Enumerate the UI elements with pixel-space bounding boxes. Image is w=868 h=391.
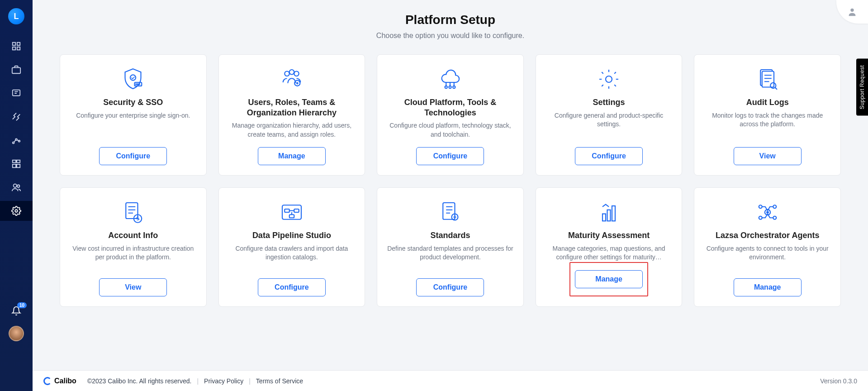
users-icon xyxy=(11,182,21,192)
card-title: Security & SSO xyxy=(103,97,163,108)
svg-point-45 xyxy=(759,205,762,208)
card-icon xyxy=(596,67,621,92)
brand-name: Calibo xyxy=(54,377,76,385)
card-action-wrap: Configure xyxy=(416,270,484,296)
card-icon xyxy=(596,200,621,225)
configure-button[interactable]: Configure xyxy=(258,278,326,296)
nav-dashboard[interactable] xyxy=(0,36,33,56)
configure-button[interactable]: Configure xyxy=(416,147,484,165)
card-title: Maturity Assessment xyxy=(568,230,650,241)
card-action-wrap: Manage xyxy=(258,139,326,165)
svg-rect-31 xyxy=(762,72,773,87)
setup-card-cloud-platform-tools-technologies: Cloud Platform, Tools & TechnologiesConf… xyxy=(377,54,524,176)
nav-board[interactable] xyxy=(0,83,33,103)
svg-rect-43 xyxy=(607,210,611,221)
svg-rect-0 xyxy=(13,43,15,45)
card-icon xyxy=(755,67,780,92)
nav-analytics[interactable] xyxy=(0,130,33,150)
flow-icon xyxy=(11,112,21,122)
nav-modules[interactable] xyxy=(0,154,33,174)
svg-point-20 xyxy=(138,84,138,85)
configure-button[interactable]: Configure xyxy=(99,147,167,165)
card-icon xyxy=(755,200,780,225)
briefcase-icon xyxy=(11,65,21,75)
brand-logo-icon xyxy=(43,377,52,385)
card-icon xyxy=(279,67,304,92)
card-illustration-icon xyxy=(279,200,304,225)
card-description: Configure agents to connect to tools in … xyxy=(703,244,831,262)
svg-point-27 xyxy=(449,86,451,88)
setup-card-data-pipeline-studio: Data Pipeline StudioConfigure data crawl… xyxy=(218,187,365,307)
svg-rect-11 xyxy=(13,164,16,167)
footer: Calibo ©2023 Calibo Inc. All rights rese… xyxy=(33,370,868,391)
svg-rect-33 xyxy=(126,203,138,219)
page-header: Platform Setup Choose the option you wou… xyxy=(33,0,868,40)
svg-rect-3 xyxy=(17,47,20,50)
card-description: Monitor logs to track the changes made a… xyxy=(703,111,831,129)
footer-terms-link[interactable]: Terms of Service xyxy=(256,377,303,385)
card-action-wrap: Configure xyxy=(258,270,326,296)
svg-rect-4 xyxy=(12,67,20,73)
svg-point-15 xyxy=(15,210,18,212)
svg-rect-40 xyxy=(443,203,455,219)
footer-privacy-link[interactable]: Privacy Policy xyxy=(204,377,243,385)
svg-point-19 xyxy=(136,84,137,85)
user-avatar[interactable] xyxy=(9,326,24,341)
card-action-wrap: Configure xyxy=(99,139,167,165)
view-button[interactable]: View xyxy=(99,278,167,296)
card-action-wrap: Configure xyxy=(416,139,484,165)
svg-point-23 xyxy=(289,70,294,75)
nav-settings[interactable] xyxy=(0,201,33,221)
setup-card-standards: StandardsDefine standard templates and p… xyxy=(377,187,524,307)
svg-point-26 xyxy=(445,86,447,88)
manage-button[interactable]: Manage xyxy=(734,278,802,296)
nav-flow[interactable] xyxy=(0,107,33,127)
svg-point-14 xyxy=(17,185,20,188)
card-description: Define standard templates and processes … xyxy=(386,244,514,262)
footer-brand[interactable]: Calibo xyxy=(43,377,76,385)
configure-button[interactable]: Configure xyxy=(416,278,484,296)
svg-rect-39 xyxy=(289,215,294,218)
gear-icon xyxy=(11,206,21,216)
page-subtitle: Choose the option you would like to conf… xyxy=(33,32,868,40)
card-illustration-icon xyxy=(437,67,463,92)
setup-card-users-roles-teams-organization-hierarchy: Users, Roles, Teams & Organization Hiera… xyxy=(218,54,365,176)
manage-button[interactable]: Manage xyxy=(258,147,326,165)
footer-version: Version 0.3.0 xyxy=(820,377,857,385)
svg-rect-12 xyxy=(17,164,20,167)
nav-users[interactable] xyxy=(0,177,33,197)
card-icon xyxy=(437,200,463,225)
card-illustration-icon: $ xyxy=(120,200,146,225)
setup-card-maturity-assessment: Maturity AssessmentManage categories, ma… xyxy=(536,187,683,307)
nav-briefcase[interactable] xyxy=(0,60,33,80)
card-description: View cost incurred in infrastructure cre… xyxy=(69,244,197,262)
sidebar: L 10 xyxy=(0,0,33,391)
svg-point-24 xyxy=(294,72,299,76)
svg-rect-44 xyxy=(612,206,615,221)
svg-rect-38 xyxy=(294,209,299,212)
card-description: Manage organization hierarchy, add users… xyxy=(228,121,356,139)
card-icon: $ xyxy=(120,200,146,225)
card-illustration-icon xyxy=(120,67,146,92)
card-icon xyxy=(437,67,463,92)
app-logo[interactable]: L xyxy=(8,8,24,24)
card-action-wrap: View xyxy=(734,139,802,165)
svg-point-29 xyxy=(606,76,612,82)
svg-point-50 xyxy=(767,211,768,213)
svg-text:$: $ xyxy=(137,217,139,221)
svg-point-13 xyxy=(14,184,17,187)
setup-card-account-info: $Account InfoView cost incurred in infra… xyxy=(60,187,207,307)
configure-button[interactable]: Configure xyxy=(575,147,643,165)
svg-point-21 xyxy=(139,84,140,85)
analytics-icon xyxy=(11,135,21,145)
svg-rect-37 xyxy=(285,209,289,212)
setup-card-security-sso: Security & SSOConfigure your enterprise … xyxy=(60,54,207,176)
card-illustration-icon xyxy=(755,200,780,225)
view-button[interactable]: View xyxy=(734,147,802,165)
notifications-button[interactable]: 10 xyxy=(11,306,21,318)
svg-rect-42 xyxy=(602,214,606,221)
setup-card-audit-logs: Audit LogsMonitor logs to track the chan… xyxy=(694,54,841,176)
manage-button[interactable]: Manage xyxy=(575,270,643,288)
svg-rect-2 xyxy=(13,47,15,50)
svg-rect-10 xyxy=(17,160,20,163)
